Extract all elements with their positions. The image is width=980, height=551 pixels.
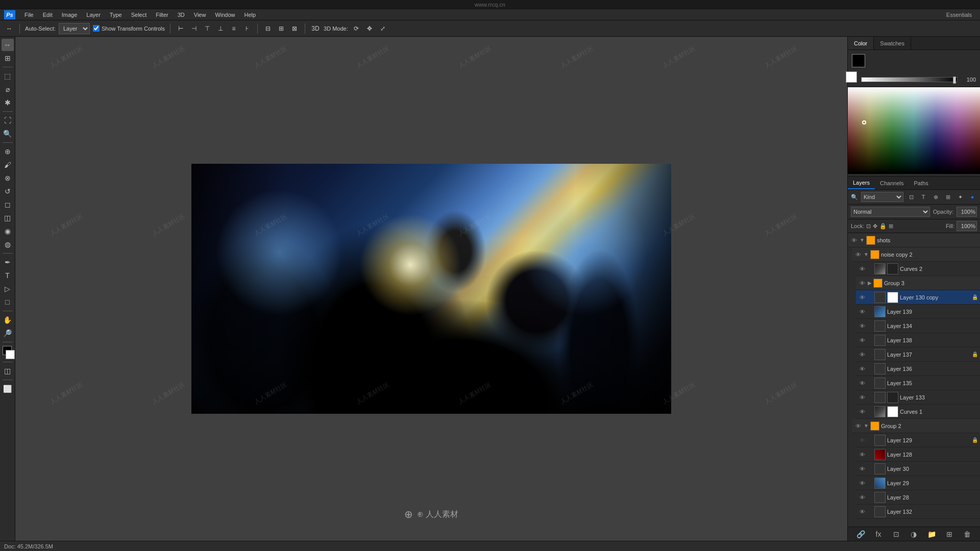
path-select-tool[interactable]: ▷ [2,283,14,295]
distribute-1-icon[interactable]: ⊟ [263,23,273,34]
align-center-icon[interactable]: ⊣ [189,23,199,34]
3d-rotate-icon[interactable]: ⟳ [351,23,361,34]
layer-item-layer-139[interactable]: 👁 Layer 139 [856,305,980,319]
layer-item-layer-136[interactable]: 👁 Layer 136 [856,362,980,376]
color-spectrum[interactable] [848,87,980,174]
quick-mask-toggle[interactable]: ◫ [2,365,14,377]
eye-noise-copy-2[interactable]: 👁 [854,251,862,259]
layer-item-layer-138[interactable]: 👁 Layer 138 [856,333,980,347]
tab-layers[interactable]: Layers [848,177,875,189]
eye-curves-1[interactable]: 👁 [858,408,866,416]
layer-item-layer-134[interactable]: 👁 Layer 134 [856,319,980,333]
align-right-icon[interactable]: ⊤ [202,23,212,34]
eye-layer-129[interactable]: 👁 [858,436,866,444]
eye-layer-134[interactable]: 👁 [858,322,866,330]
3d-scale-icon[interactable]: ⤢ [378,23,388,34]
dodge-tool[interactable]: ◍ [2,238,14,251]
arrow-shots[interactable]: ▼ [860,237,865,243]
add-mask-btn[interactable]: ⊡ [891,529,901,539]
eye-layer-132[interactable]: 👁 [858,508,866,516]
arrow-group-2[interactable]: ▼ [864,423,869,429]
filter-icon-3[interactable]: ⊕ [931,192,940,202]
layer-item-group-2[interactable]: 👁 ▼ Group 2 [852,419,980,433]
quick-select-tool[interactable]: ✱ [2,96,14,109]
menu-window[interactable]: Window [211,11,239,19]
layer-item-layer-129[interactable]: 👁 Layer 129 🔒 [856,433,980,447]
layer-item-shots[interactable]: 👁 ▼ shots [848,233,980,247]
brush-tool[interactable]: 🖌 [2,159,14,171]
move-tool-options[interactable]: ↔ [4,23,14,34]
eye-layer-28[interactable]: 👁 [858,493,866,502]
3d-mode-icon[interactable]: 3D [310,23,321,34]
arrow-group-3[interactable]: ▶ [868,280,872,286]
gradient-tool[interactable]: ◫ [2,212,14,224]
menu-view[interactable]: View [190,11,210,19]
shape-tool[interactable]: □ [2,296,14,308]
filter-icon-4[interactable]: ⊞ [943,192,952,202]
healing-tool[interactable]: ⊕ [2,145,14,158]
eye-curves-2[interactable]: 👁 [858,265,866,273]
menu-select[interactable]: Select [127,11,151,19]
layers-list[interactable]: 👁 ▼ shots 👁 ▼ noise copy 2 👁 [848,233,980,527]
lock-pixels-icon[interactable]: ⊡ [866,223,871,230]
new-layer-btn[interactable]: ⊞ [944,529,954,539]
show-transform-checkbox[interactable] [93,25,100,32]
tab-swatches[interactable]: Swatches [874,37,911,49]
fill-input[interactable] [957,221,977,231]
eraser-tool[interactable]: ◻ [2,198,14,211]
hand-tool[interactable]: ✋ [2,314,14,326]
zoom-tool[interactable]: 🔎 [2,327,14,339]
eye-group-2[interactable]: 👁 [854,422,862,430]
type-tool[interactable]: T [2,269,14,282]
eye-layer-135[interactable]: 👁 [858,379,866,387]
eye-layer-130-copy[interactable]: 👁 [858,293,866,302]
foreground-swatch[interactable] [852,54,865,67]
eye-layer-29[interactable]: 👁 [858,479,866,487]
distribute-2-icon[interactable]: ⊞ [276,23,286,34]
link-layers-btn[interactable]: 🔗 [855,529,866,539]
menu-help[interactable]: Help [240,11,260,19]
crop-tool[interactable]: ⛶ [2,114,14,127]
menu-type[interactable]: Type [106,11,126,19]
layer-style-btn[interactable]: fx [873,529,884,539]
lock-artboard-icon[interactable]: ⊞ [889,223,893,230]
history-brush-tool[interactable]: ↺ [2,185,14,197]
layer-item-layer-29[interactable]: 👁 Layer 29 [856,476,980,490]
layer-item-curves-1[interactable]: 👁 Curves 1 [856,405,980,419]
new-group-btn[interactable]: 📁 [926,529,937,539]
background-color[interactable] [6,350,15,359]
layer-item-layer-28[interactable]: 👁 Layer 28 [856,490,980,505]
3d-move-icon[interactable]: ✥ [364,23,375,34]
layer-item-layer-30[interactable]: 👁 Layer 30 [856,462,980,476]
eye-layer-137[interactable]: 👁 [858,350,866,359]
k-slider-track[interactable] [861,77,958,82]
menu-filter[interactable]: Filter [152,11,172,19]
layer-item-curves-2[interactable]: 👁 Curves 2 [856,262,980,276]
screen-mode-toggle[interactable]: ⬜ [2,383,14,395]
menu-layer[interactable]: Layer [82,11,105,19]
menu-file[interactable]: File [20,11,38,19]
menu-edit[interactable]: Edit [39,11,57,19]
tab-channels[interactable]: Channels [875,177,909,189]
layer-item-layer-132[interactable]: 👁 Layer 132 [856,505,980,519]
eye-group-3[interactable]: 👁 [858,279,866,287]
filter-icon-1[interactable]: ⊡ [906,192,916,202]
pen-tool[interactable]: ✒ [2,256,14,268]
eyedropper-tool[interactable]: 🔍 [2,128,14,140]
layer-item-layer-128[interactable]: 👁 Layer 128 [856,447,980,462]
blur-tool[interactable]: ◉ [2,225,14,237]
lasso-tool[interactable]: ⌀ [2,83,14,95]
eye-layer-138[interactable]: 👁 [858,336,866,344]
filter-toggle[interactable]: ● [968,192,977,202]
opacity-input[interactable] [957,207,977,217]
align-middle-icon[interactable]: ≡ [229,23,239,34]
align-left-icon[interactable]: ⊢ [176,23,186,34]
lock-position-icon[interactable]: ✥ [873,223,877,230]
background-swatch[interactable] [846,71,857,83]
artwork-canvas[interactable] [191,164,671,414]
arrow-noise-copy-2[interactable]: ▼ [864,252,869,257]
eye-shots[interactable]: 👁 [850,236,858,244]
marquee-tool[interactable]: ⬚ [2,70,14,82]
align-bottom-icon[interactable]: ⊦ [242,23,252,34]
kind-select[interactable]: Kind [861,192,903,202]
